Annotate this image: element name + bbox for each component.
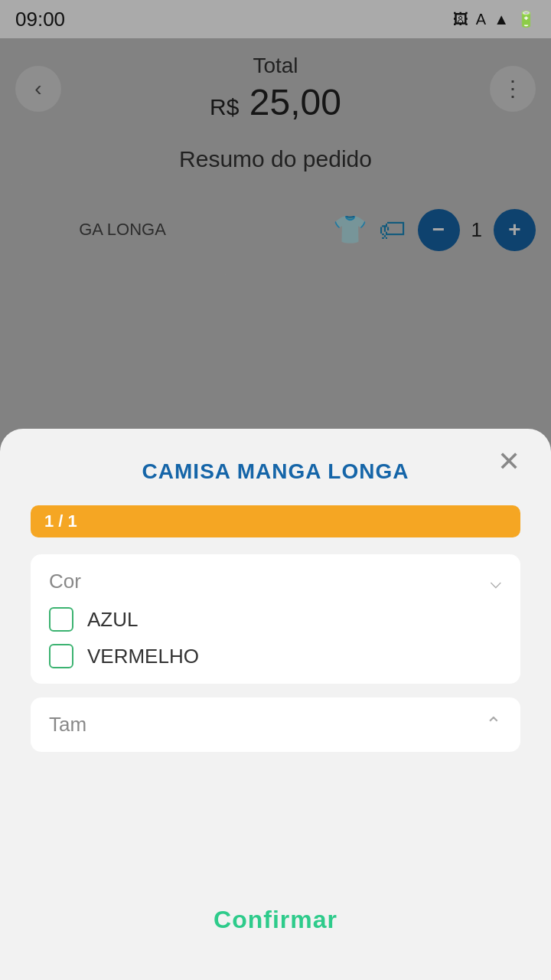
size-option-group: Tam ⌃ [31,697,520,752]
azul-label: AZUL [87,608,138,632]
close-button[interactable]: ✕ [497,448,520,475]
color-options-list: AZUL VERMELHO [49,607,502,668]
overlay-dim [0,0,551,482]
size-label: Tam [49,713,86,737]
sheet-product-title: CAMISA MANGA LONGA [31,459,520,484]
bottom-sheet: ✕ CAMISA MANGA LONGA 1 / 1 Cor ⌵ AZUL VE… [0,429,551,980]
color-option-group: Cor ⌵ AZUL VERMELHO [31,554,520,684]
status-time: 09:00 [15,8,65,31]
vermelho-checkbox[interactable] [49,644,73,668]
photo-icon: 🖼 [453,11,468,28]
size-chevron-icon[interactable]: ⌃ [485,713,502,737]
a-icon: A [476,11,486,28]
size-option-header: Tam ⌃ [49,713,502,737]
color-option-vermelho[interactable]: VERMELHO [49,644,502,668]
status-icons: 🖼 A ▲ 🔋 [453,10,536,28]
azul-checkbox[interactable] [49,607,73,632]
confirm-button[interactable]: Confirmar [31,890,520,949]
battery-icon: 🔋 [517,10,536,28]
status-bar: 09:00 🖼 A ▲ 🔋 [0,0,551,38]
wifi-icon: ▲ [494,11,509,28]
vermelho-label: VERMELHO [87,645,199,668]
color-chevron-icon[interactable]: ⌵ [490,570,502,593]
color-label: Cor [49,570,81,593]
step-badge: 1 / 1 [31,505,520,537]
color-option-header: Cor ⌵ [49,570,502,593]
color-option-azul[interactable]: AZUL [49,607,502,632]
